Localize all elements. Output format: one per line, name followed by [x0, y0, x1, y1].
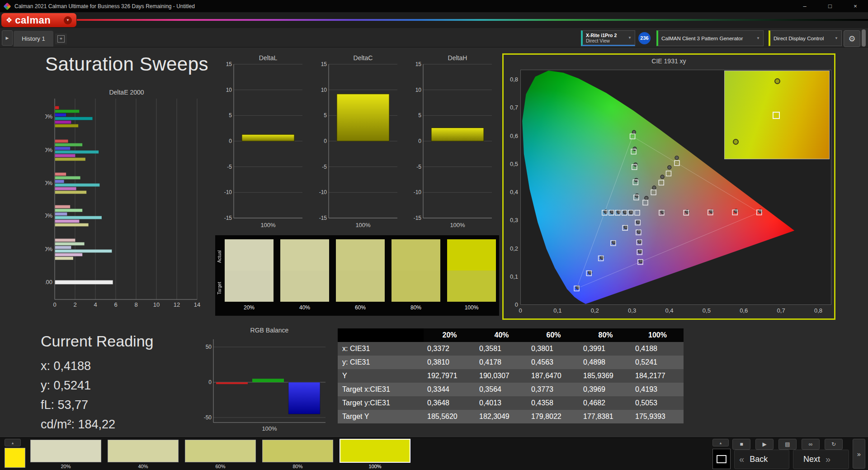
deltac-chart: DeltaC 151050-5-10-15 100% — [315, 53, 401, 234]
chevron-up-icon: ▴ — [12, 441, 14, 445]
svg-text:5: 5 — [324, 112, 327, 119]
svg-text:0: 0 — [208, 379, 212, 385]
pattern-level-20%[interactable]: 20% — [30, 440, 101, 469]
measurement-table: 20%40%60%80%100%x: CIE310,33720,35810,38… — [338, 328, 684, 423]
bottom-bar: ▴ 20%40%60%80%100% ▴ ■ ▶ ▤ ∞ ↻ « Back Ne… — [0, 437, 868, 470]
svg-text:-15: -15 — [224, 215, 232, 221]
svg-text:-5: -5 — [227, 164, 232, 170]
loop-icon: ∞ — [809, 441, 813, 447]
table-row: x: CIE310,33720,35810,38010,39910,4188 — [338, 342, 684, 356]
app-window: Calman 2021 Calman Ultimate for Business… — [0, 0, 868, 470]
compare-swatch-100%: 100% — [447, 239, 496, 311]
reading-cdm2: cd/m²: 184,22 — [41, 415, 153, 434]
svg-text:-10: -10 — [319, 189, 327, 195]
svg-text:40%: 40% — [45, 212, 52, 219]
compare-swatch-60%: 60% — [336, 239, 385, 311]
pattern-level-40%[interactable]: 40% — [108, 440, 179, 469]
svg-text:100: 100 — [45, 279, 52, 285]
stop-button[interactable]: ■ — [732, 439, 750, 450]
deltac-chart-plot: 151050-5-10-15 — [315, 53, 401, 234]
svg-text:-5: -5 — [322, 164, 327, 170]
pattern-window-button[interactable] — [712, 449, 731, 469]
layout-expander-button[interactable]: ▶ — [2, 30, 13, 46]
svg-text:12: 12 — [174, 301, 180, 308]
pattern-level-100%[interactable]: 100% — [340, 439, 410, 470]
chevron-down-icon: ▼ — [831, 36, 838, 40]
actual-target-compare-strip: Actual Target 20%40%60%80%100% — [215, 235, 499, 316]
compare-swatch-40%: 40% — [280, 239, 329, 311]
svg-text:60%: 60% — [45, 180, 52, 186]
rgb-balance-plot: 500-50 — [199, 327, 330, 437]
table-row: Target y:CIE310,36480,40130,43580,46820,… — [338, 396, 684, 410]
meter-name: X-Rite i1Pro 2 — [586, 33, 617, 38]
calman-logo[interactable]: ❖ calman ▼ — [1, 13, 76, 27]
logo-menu-arrow-icon[interactable]: ▼ — [64, 16, 72, 24]
svg-text:15: 15 — [226, 61, 232, 67]
calman-logo-icon: ❖ — [6, 16, 12, 24]
pattern-level-60%[interactable]: 60% — [185, 440, 256, 469]
svg-text:10: 10 — [415, 87, 422, 93]
next-button[interactable]: Next » — [793, 450, 849, 469]
pattern-generator-dropdown[interactable]: CalMAN Client 3 Pattern Generator ▼ — [656, 30, 764, 46]
deltah-chart-title: DeltaH — [423, 54, 492, 62]
deltac-chart-title: DeltaC — [329, 54, 397, 62]
side-panel-handle[interactable] — [862, 29, 866, 47]
svg-text:80%: 80% — [45, 147, 52, 153]
svg-text:5: 5 — [418, 112, 421, 119]
actual-row-label: Actual — [217, 242, 222, 271]
compare-swatch-20%: 20% — [225, 239, 274, 311]
svg-text:0: 0 — [324, 138, 327, 144]
cie-chart-title: CIE 1931 xy — [504, 57, 834, 65]
meter-dropdown[interactable]: X-Rite i1Pro 2 Direct View ▼ — [581, 30, 635, 46]
logo-bar: ❖ calman ▼ — [0, 12, 868, 28]
save-button[interactable]: ▤ — [778, 439, 797, 450]
meter-mode: Direct View — [586, 38, 617, 43]
table-row: y: CIE310,38100,41780,45630,48980,5241 — [338, 356, 684, 369]
svg-text:6: 6 — [114, 301, 117, 308]
compare-swatch-80%: 80% — [392, 239, 440, 311]
next-arrows-icon: » — [826, 454, 830, 465]
pattern-generator-label: CalMAN Client 3 Pattern Generator — [661, 36, 743, 41]
next-page-button[interactable]: » — [853, 439, 865, 469]
close-button[interactable]: × — [843, 0, 868, 12]
display-control-dropdown[interactable]: Direct Display Control ▼ — [769, 30, 842, 46]
chevron-down-icon: ▼ — [753, 36, 760, 40]
settings-button[interactable]: ⚙ — [844, 30, 860, 47]
continuous-measure-button[interactable]: ∞ — [802, 439, 820, 450]
rgb-balance-title: RGB Balance — [213, 327, 326, 334]
maximize-button[interactable]: □ — [817, 0, 843, 12]
toolbar: ▶ History 1 + X-Rite i1Pro 2 Direct View… — [0, 28, 868, 47]
deltae-chart-plot: 02468101214100%80%60%40%20%100 — [45, 89, 208, 319]
collapse-left-button[interactable]: ▴ — [5, 439, 21, 446]
minimize-button[interactable]: – — [792, 0, 817, 12]
tab-history-1[interactable]: History 1 — [14, 31, 53, 47]
back-arrows-icon: « — [739, 454, 744, 465]
gear-icon: ⚙ — [848, 34, 855, 44]
svg-text:-10: -10 — [224, 189, 232, 195]
new-tab-button[interactable]: + — [55, 33, 67, 44]
back-button[interactable]: « Back — [734, 450, 789, 469]
svg-text:20%: 20% — [45, 246, 52, 252]
app-icon — [4, 2, 11, 10]
play-button[interactable]: ▶ — [755, 439, 774, 450]
svg-text:15: 15 — [321, 61, 327, 67]
page-title: Saturation Sweeps — [45, 53, 208, 75]
svg-text:-5: -5 — [416, 164, 421, 170]
double-chevron-right-icon: » — [857, 450, 861, 458]
svg-text:5: 5 — [229, 112, 232, 119]
rgb-balance-x-label: 100% — [213, 425, 326, 432]
svg-text:14: 14 — [194, 301, 200, 308]
stop-icon: ■ — [740, 441, 743, 447]
pattern-level-80%[interactable]: 80% — [262, 440, 333, 469]
calman-logo-text: calman — [15, 14, 51, 26]
collapse-right-button[interactable]: ▴ — [712, 439, 729, 446]
chevron-down-icon: ▼ — [625, 36, 632, 40]
reading-y: y: 0,5241 — [41, 376, 153, 395]
refresh-icon: ↻ — [831, 441, 836, 447]
rgb-balance-chart: RGB Balance 500-50 100% — [199, 327, 330, 437]
reading-x: x: 0,4188 — [41, 356, 153, 376]
svg-text:-10: -10 — [414, 189, 422, 195]
refresh-button[interactable]: ↻ — [825, 439, 843, 450]
meter-count-badge[interactable]: 236 — [638, 32, 651, 44]
inset-target-point — [773, 112, 780, 119]
